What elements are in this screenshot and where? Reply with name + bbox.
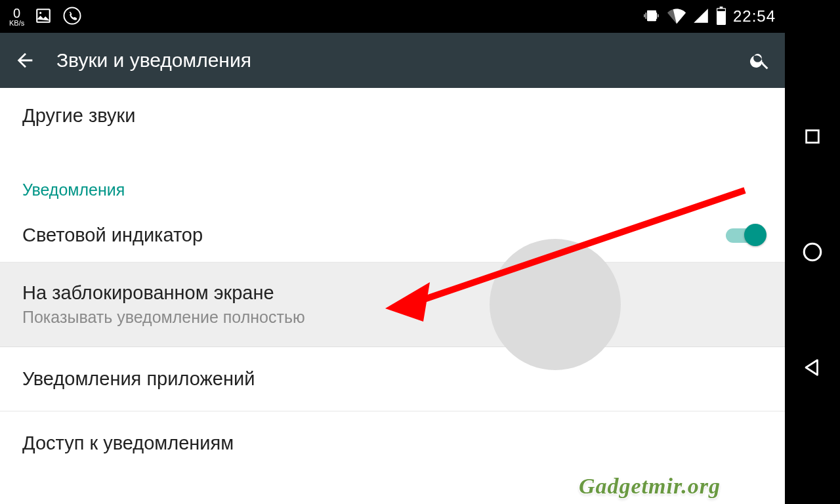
viber-icon xyxy=(62,6,82,28)
nav-home-button[interactable] xyxy=(801,241,824,263)
screen-root: 0 KB/s xyxy=(0,0,840,504)
switch-thumb xyxy=(744,224,766,246)
section-header-notifications: Уведомления xyxy=(0,144,785,209)
item-label: Световой индикатор xyxy=(22,224,203,246)
item-label: На заблокированном экране xyxy=(22,282,763,304)
svg-rect-5 xyxy=(807,131,819,143)
system-nav-bar xyxy=(785,0,840,504)
wifi-icon xyxy=(667,7,686,27)
light-indicator-switch[interactable] xyxy=(726,228,763,243)
svg-point-2 xyxy=(64,7,81,24)
watermark: Gadgetmir.org xyxy=(579,474,721,499)
nav-recent-button[interactable] xyxy=(801,125,824,148)
status-right: 22:54 xyxy=(642,7,776,27)
circle-icon xyxy=(801,241,824,263)
item-label: Уведомления приложений xyxy=(22,368,255,389)
touch-ripple xyxy=(490,239,621,370)
nav-back-button[interactable] xyxy=(801,356,824,379)
item-lock-screen-notifications[interactable]: На заблокированном экране Показывать уве… xyxy=(0,262,785,347)
item-light-indicator[interactable]: Световой индикатор xyxy=(0,209,785,262)
svg-point-6 xyxy=(804,243,821,261)
item-app-notifications[interactable]: Уведомления приложений xyxy=(0,347,785,411)
triangle-back-icon xyxy=(803,358,822,377)
signal-icon xyxy=(692,7,709,26)
search-icon xyxy=(749,49,771,72)
back-button[interactable] xyxy=(9,45,41,76)
item-label: Другие звуки xyxy=(22,105,135,126)
svg-rect-3 xyxy=(717,9,725,11)
network-speed-indicator: 0 KB/s xyxy=(9,7,24,27)
battery-icon xyxy=(716,7,726,27)
clock: 22:54 xyxy=(733,7,776,26)
page-title: Звуки и уведомления xyxy=(56,49,744,72)
picture-icon xyxy=(35,7,52,26)
content-area: 0 KB/s xyxy=(0,0,785,504)
status-left: 0 KB/s xyxy=(9,6,82,28)
item-other-sounds[interactable]: Другие звуки xyxy=(0,88,785,144)
settings-list: Другие звуки Уведомления Световой индика… xyxy=(0,88,785,475)
action-bar: Звуки и уведомления xyxy=(0,33,785,88)
arrow-back-icon xyxy=(14,49,36,72)
status-bar: 0 KB/s xyxy=(0,0,785,33)
svg-point-1 xyxy=(39,12,41,14)
item-notification-access[interactable]: Доступ к уведомлениям xyxy=(0,411,785,475)
item-subtitle: Показывать уведомление полностью xyxy=(22,308,763,327)
item-label: Доступ к уведомлениям xyxy=(22,432,234,453)
vibrate-icon xyxy=(642,7,661,27)
square-icon xyxy=(803,127,822,146)
search-button[interactable] xyxy=(744,45,776,76)
network-speed-value: 0 xyxy=(13,7,20,20)
network-speed-unit: KB/s xyxy=(9,20,24,27)
